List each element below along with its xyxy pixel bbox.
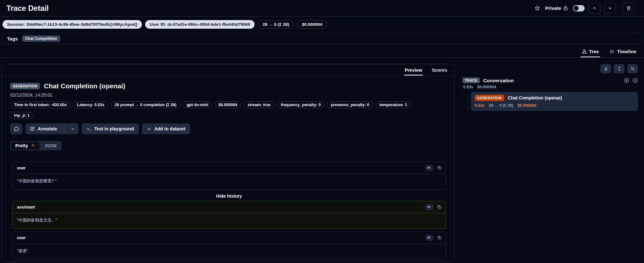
message-header: user M↓ [12, 162, 446, 174]
trace-meta-row: Session: 3bb00ec7-1b13-4c9b-85ee-3d9d70f… [0, 17, 644, 32]
metrics-toggle-button[interactable] [627, 64, 638, 73]
markdown-toggle-button[interactable]: M↓ [426, 235, 433, 240]
previous-trace-button[interactable] [588, 3, 600, 14]
app-header: Trace Detail Private [0, 0, 644, 17]
frequency-penalty-badge: frequency_penalty: 0 [277, 101, 324, 108]
copy-button[interactable] [437, 235, 442, 240]
session-badge[interactable]: Session: 3bb00ec7-1b13-4c9b-85ee-3d9d70f… [3, 20, 142, 29]
observation-type-badge: GENERATION [10, 83, 40, 89]
tab-tree[interactable]: Tree [581, 46, 600, 57]
temperature-badge: temperature: 1 [376, 101, 411, 108]
tab-tree-label: Tree [589, 49, 599, 54]
lock-icon [563, 6, 568, 11]
message-header: assistant M↓ [12, 201, 446, 213]
generation-type-badge: GENERATION [475, 95, 504, 101]
message-header: user M↓ [12, 232, 446, 244]
trace-type-badge: TRACE [463, 77, 480, 83]
tab-scores[interactable]: Scores [431, 64, 448, 76]
tab-timeline[interactable]: Timeline [609, 46, 637, 57]
model-badge[interactable]: gpt-4o-mini [183, 101, 212, 108]
generation-node[interactable]: GENERATION Chat Completion (openai) 0.53… [471, 92, 638, 111]
privacy-control: Private [545, 5, 568, 11]
chevron-down-icon [608, 6, 612, 11]
observation-actions: Annotate Test in playgroun [10, 123, 446, 134]
trace-cost: $0.000004 [477, 85, 496, 89]
message-role: user [17, 165, 26, 170]
tab-pretty-label: Pretty [15, 143, 28, 148]
message-content: "中国的首都是哪里? " [12, 174, 446, 189]
fold-vertical-icon [617, 66, 622, 71]
message-card-user-1: user M↓ "中国的首都是哪里? " [12, 162, 446, 190]
trace-title: Conversation [483, 78, 514, 83]
token-usage-badge: 28 → 0 (Σ 28) [258, 20, 294, 29]
observation-panel-tabs: Preview Scores [2, 64, 454, 76]
trace-detail-page: Trace Detail Private [0, 0, 644, 263]
playground-icon [86, 126, 92, 131]
generation-stats: 0.53s 28 → 0 (Σ 28) $0.000004 [475, 103, 634, 108]
presence-penalty-badge: presence_penalty: 0 [327, 101, 373, 108]
latency-badge: Latency: 0.53s [73, 101, 108, 108]
privacy-label: Private [545, 5, 561, 11]
comment-icon [14, 126, 19, 132]
trace-tree-panel: TRACE Conversation [459, 64, 644, 111]
messages-list: user M↓ "中国的首都是哪里? " [12, 162, 446, 259]
delete-trace-button[interactable] [623, 3, 634, 14]
observation-timestamp: 02/12/2024, 14:25:01 [10, 92, 446, 98]
collapse-node-button[interactable] [633, 78, 638, 83]
chevron-up-icon [592, 6, 597, 11]
add-to-dataset-button[interactable]: Add to dataset [142, 123, 190, 134]
comment-button[interactable] [10, 123, 22, 134]
generation-tokens: 28 → 0 (Σ 28) [489, 103, 513, 108]
annotate-dropdown-button[interactable] [67, 123, 78, 134]
plus-circle-icon [624, 78, 629, 83]
annotations-toggle-button[interactable] [600, 64, 611, 73]
split-divider [64, 123, 64, 134]
trace-latency: 0.53s [463, 85, 473, 89]
annotate-label: Annotate [38, 126, 57, 131]
observation-body: GENERATION Chat Completion (openai) 02/1… [2, 76, 454, 259]
star-icon [534, 5, 540, 11]
expand-all-button[interactable] [624, 78, 629, 83]
time-to-first-token-badge: Time to first token: -430.00s [10, 101, 70, 108]
add-to-dataset-label: Add to dataset [154, 126, 185, 131]
trace-node[interactable]: TRACE Conversation [463, 77, 638, 83]
copy-icon [437, 205, 442, 209]
markdown-toggle-button[interactable]: M↓ [426, 204, 433, 210]
token-count-badge: 28 prompt → 0 completion (Σ 28) [111, 101, 180, 108]
tab-timeline-label: Timeline [617, 49, 636, 54]
main-content: Preview Scores GENERATION Chat Completio… [0, 58, 644, 262]
add-icon [147, 127, 152, 131]
playground-button[interactable]: Test in playground [82, 123, 139, 134]
markdown-toggle-button[interactable]: M↓ [426, 165, 433, 171]
observation-title: Chat Completion (openai) [44, 82, 126, 90]
copy-button[interactable] [437, 165, 442, 170]
tag-chip[interactable]: Chat Competition [22, 35, 60, 42]
timeline-icon [610, 49, 615, 54]
user-id-badge[interactable]: User ID: dc47a41e-06bc-400d-bde1-f0e440d… [145, 20, 255, 29]
copy-icon [437, 165, 442, 170]
tab-json[interactable]: JSON [40, 142, 61, 150]
copy-button[interactable] [437, 205, 442, 209]
sparkles-icon [30, 143, 35, 148]
collapse-all-button[interactable] [614, 64, 625, 73]
header-actions: Private [534, 3, 634, 14]
tab-scores-label: Scores [432, 68, 447, 73]
tab-pretty[interactable]: Pretty [11, 142, 40, 150]
annotate-button[interactable]: Annotate [26, 123, 61, 134]
tree-children: GENERATION Chat Completion (openai) 0.53… [468, 92, 638, 111]
message-card-assistant: assistant M↓ "中国的首都是北京。" [12, 201, 446, 229]
message-card-user-2: user M↓ "谢谢" [12, 231, 446, 259]
copy-icon [437, 235, 442, 240]
top-p-badge: top_p: 1 [10, 112, 33, 119]
metric-badges-row: Time to first token: -430.00s Latency: 0… [10, 101, 446, 108]
hide-history-link[interactable]: Hide history [12, 194, 446, 199]
tags-section: Tags Chat Competition [2, 33, 642, 44]
next-trace-button[interactable] [604, 3, 616, 14]
generation-cost: $0.000004 [517, 103, 536, 108]
tab-preview[interactable]: Preview [404, 64, 423, 76]
cost-badge: $0.000004 [297, 20, 327, 29]
message-role: assistant [17, 205, 35, 209]
tab-preview-label: Preview [405, 68, 422, 73]
public-toggle[interactable] [573, 5, 585, 11]
star-button[interactable] [534, 5, 540, 11]
